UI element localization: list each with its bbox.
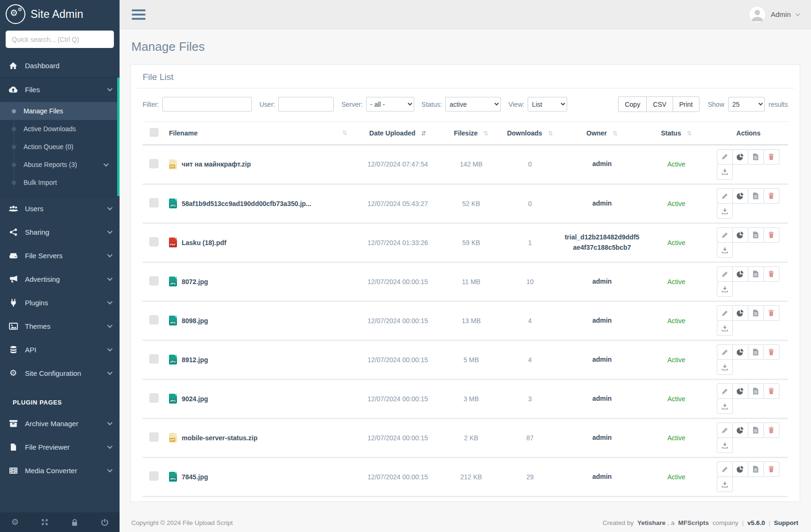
stats-button[interactable] <box>732 344 748 360</box>
stats-button[interactable] <box>732 422 748 438</box>
owner-link[interactable]: admin <box>592 277 611 287</box>
brand[interactable]: ⚙⚙ Site Admin <box>0 0 120 28</box>
sidebar-item-plugins[interactable]: Plugins <box>0 291 120 314</box>
file-info-button[interactable] <box>748 305 764 321</box>
delete-button[interactable] <box>763 344 779 360</box>
filename-link[interactable]: Lasku (18).pdf <box>182 239 226 246</box>
csv-button[interactable]: CSV <box>646 96 673 112</box>
row-checkbox[interactable] <box>149 354 159 364</box>
sort-icon[interactable]: ⇅ <box>612 130 618 137</box>
owner-link[interactable]: admin <box>592 433 611 443</box>
download-button[interactable] <box>717 203 733 219</box>
owner-link[interactable]: admin <box>592 159 611 169</box>
row-checkbox[interactable] <box>149 276 159 286</box>
edit-button[interactable] <box>717 305 733 321</box>
sidebar-item-users[interactable]: Users <box>0 197 120 220</box>
delete-button[interactable] <box>763 422 779 438</box>
row-checkbox[interactable] <box>149 432 159 442</box>
sort-desc-icon[interactable]: ⇵ <box>421 130 426 137</box>
stats-button[interactable] <box>732 149 748 165</box>
file-info-button[interactable] <box>748 149 764 165</box>
stats-button[interactable] <box>732 461 748 477</box>
column-header-downloads[interactable]: Downloads⇅ <box>500 122 560 145</box>
yetishare-link[interactable]: Yetishare <box>637 519 666 526</box>
mfscripts-link[interactable]: MFScripts <box>678 519 709 526</box>
filename-link[interactable]: 7845.jpg <box>182 473 208 481</box>
owner-link[interactable]: admin <box>592 355 611 365</box>
stats-button[interactable] <box>732 188 748 204</box>
row-checkbox[interactable] <box>149 393 159 403</box>
owner-link[interactable]: admin <box>592 316 611 326</box>
sidebar-subitem-manage-files[interactable]: Manage Files <box>0 102 120 120</box>
quick-search-input[interactable] <box>6 31 114 48</box>
sidebar-item-api[interactable]: API <box>0 338 120 361</box>
row-checkbox[interactable] <box>149 315 159 325</box>
sidebar-item-advertising[interactable]: Advertising <box>0 267 120 291</box>
delete-button[interactable] <box>763 461 779 477</box>
filter-input[interactable] <box>162 97 252 111</box>
copy-button[interactable]: Copy <box>618 96 647 112</box>
user-filter-input[interactable] <box>278 97 334 111</box>
file-info-button[interactable] <box>748 344 764 360</box>
sidebar-item-site-configuration[interactable]: ⚙ Site Configuration <box>0 361 120 385</box>
edit-button[interactable] <box>717 227 733 243</box>
show-results-select[interactable]: 25 <box>728 97 765 111</box>
column-header-filesize[interactable]: Filesize⇅ <box>442 122 500 145</box>
select-all-checkbox[interactable] <box>150 128 159 137</box>
filename-link[interactable]: 8072.jpg <box>182 278 208 286</box>
sidebar-item-media-converter[interactable]: Media Converter <box>0 459 120 482</box>
status-select[interactable]: active <box>445 97 501 111</box>
file-info-button[interactable] <box>748 227 764 243</box>
delete-button[interactable] <box>763 227 779 243</box>
delete-button[interactable] <box>763 266 779 282</box>
edit-button[interactable] <box>717 266 733 282</box>
owner-link[interactable]: admin <box>592 394 611 404</box>
sort-icon[interactable]: ⇅ <box>342 129 347 136</box>
row-checkbox[interactable] <box>149 471 159 481</box>
sidebar-item-file-servers[interactable]: File Servers <box>0 244 120 267</box>
user-menu[interactable]: Admin <box>749 6 799 23</box>
download-button[interactable] <box>717 359 733 375</box>
sort-icon[interactable]: ⇅ <box>687 130 692 137</box>
filename-link[interactable]: 9024.jpg <box>182 395 208 403</box>
delete-button[interactable] <box>763 188 779 204</box>
edit-button[interactable] <box>717 344 733 360</box>
fullscreen-icon[interactable] <box>35 512 54 532</box>
column-header-filename[interactable]: Filename⇅ <box>165 122 353 145</box>
edit-button[interactable] <box>717 383 733 399</box>
sidebar-item-dashboard[interactable]: Dashboard <box>0 54 120 77</box>
file-info-button[interactable] <box>748 266 764 282</box>
delete-button[interactable] <box>763 149 779 165</box>
sidebar-item-files[interactable]: Files <box>0 78 120 101</box>
stats-button[interactable] <box>732 266 748 282</box>
lock-icon[interactable] <box>65 512 84 532</box>
sidebar-subitem-active-downloads[interactable]: Active Downloads <box>0 120 120 138</box>
filename-link[interactable]: 8098.jpg <box>182 317 208 325</box>
filename-link[interactable]: чит на майнкрафт.zip <box>182 160 251 168</box>
row-checkbox[interactable] <box>149 237 159 246</box>
file-info-button[interactable] <box>748 461 764 477</box>
sidebar-item-sharing[interactable]: Sharing <box>0 220 120 244</box>
sidebar-item-archive-manager[interactable]: Archive Manager <box>0 412 120 435</box>
column-header-date-uploaded[interactable]: Date Uploaded⇵ <box>353 122 442 145</box>
download-button[interactable] <box>717 476 733 492</box>
download-button[interactable] <box>717 242 733 258</box>
row-checkbox[interactable] <box>149 198 159 207</box>
sidebar-item-file-previewer[interactable]: File Previewer <box>0 435 120 459</box>
sidebar-subitem-abuse-reports[interactable]: Abuse Reports (3) <box>0 156 120 174</box>
sidebar-subitem-bulk-import[interactable]: Bulk Import <box>0 174 120 191</box>
server-select[interactable]: - all - <box>366 97 414 111</box>
sidebar-item-themes[interactable]: Themes <box>0 314 120 338</box>
stats-button[interactable] <box>732 305 748 321</box>
view-select[interactable]: List <box>528 97 567 111</box>
file-info-button[interactable] <box>748 383 764 399</box>
delete-button[interactable] <box>763 383 779 399</box>
edit-button[interactable] <box>717 461 733 477</box>
edit-button[interactable] <box>717 422 733 438</box>
row-checkbox[interactable] <box>149 159 159 168</box>
filename-link[interactable]: 8912.jpg <box>182 356 208 364</box>
download-button[interactable] <box>717 164 733 180</box>
stats-button[interactable] <box>732 227 748 243</box>
owner-link[interactable]: admin <box>592 199 611 209</box>
print-button[interactable]: Print <box>673 96 699 112</box>
